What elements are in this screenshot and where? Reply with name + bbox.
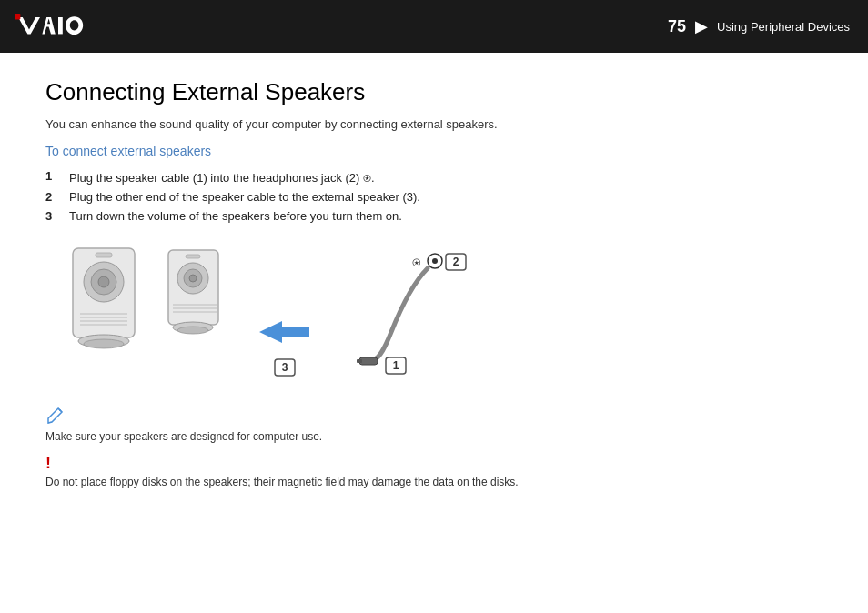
page-number: 75 xyxy=(668,17,686,36)
svg-point-4 xyxy=(98,276,109,287)
svg-point-11 xyxy=(84,339,124,348)
header-arrow: ▶ xyxy=(695,16,708,36)
page-header: 75 ▶ Using Peripheral Devices xyxy=(0,0,868,53)
warning-icon: ! xyxy=(45,454,823,473)
step-1-number: 1 xyxy=(45,169,58,185)
svg-point-21 xyxy=(177,327,208,334)
svg-rect-16 xyxy=(186,255,200,258)
page-title: Connecting External Speakers xyxy=(45,78,823,106)
step-3: 3 Turn down the volume of the speakers b… xyxy=(45,209,823,223)
step-3-text: Turn down the volume of the speakers bef… xyxy=(69,209,402,223)
vaio-logo xyxy=(15,14,102,39)
warning-text: Do not place floppy disks on the speaker… xyxy=(45,476,823,488)
speaker-right xyxy=(168,250,218,334)
header-right: 75 ▶ Using Peripheral Devices xyxy=(668,16,850,36)
diagram-svg: 1 3 ⍟ 2 xyxy=(64,241,500,391)
svg-point-33 xyxy=(59,409,61,411)
step-3-number: 3 xyxy=(45,209,58,223)
note-section: Make sure your speakers are designed for… xyxy=(45,405,823,488)
step-1-text: Plug the speaker cable (1) into the head… xyxy=(69,169,375,185)
svg-text:⍟: ⍟ xyxy=(412,254,421,269)
section-title-header: Using Peripheral Devices xyxy=(717,20,850,34)
svg-point-15 xyxy=(189,275,197,282)
steps-list: 1 Plug the speaker cable (1) into the he… xyxy=(45,169,823,223)
svg-text:3: 3 xyxy=(282,361,288,374)
svg-point-30 xyxy=(432,258,438,264)
step-2-text: Plug the other end of the speaker cable … xyxy=(69,190,420,204)
svg-text:1: 1 xyxy=(393,359,399,372)
svg-rect-0 xyxy=(15,14,20,19)
arrow-indicator xyxy=(259,321,309,343)
note-icon xyxy=(45,405,823,428)
step-2-number: 2 xyxy=(45,190,58,204)
section-subtitle: To connect external speakers xyxy=(45,144,823,158)
diagram-area: 1 3 ⍟ 2 xyxy=(64,241,500,387)
svg-rect-23 xyxy=(357,359,362,363)
note-text: Make sure your speakers are designed for… xyxy=(45,430,823,443)
svg-rect-5 xyxy=(96,253,112,257)
intro-paragraph: You can enhance the sound quality of you… xyxy=(45,117,823,131)
speaker-left xyxy=(73,248,135,348)
svg-text:2: 2 xyxy=(453,256,459,268)
step-1: 1 Plug the speaker cable (1) into the he… xyxy=(45,169,823,185)
step-2: 2 Plug the other end of the speaker cabl… xyxy=(45,190,823,204)
main-content: Connecting External Speakers You can enh… xyxy=(0,53,868,507)
